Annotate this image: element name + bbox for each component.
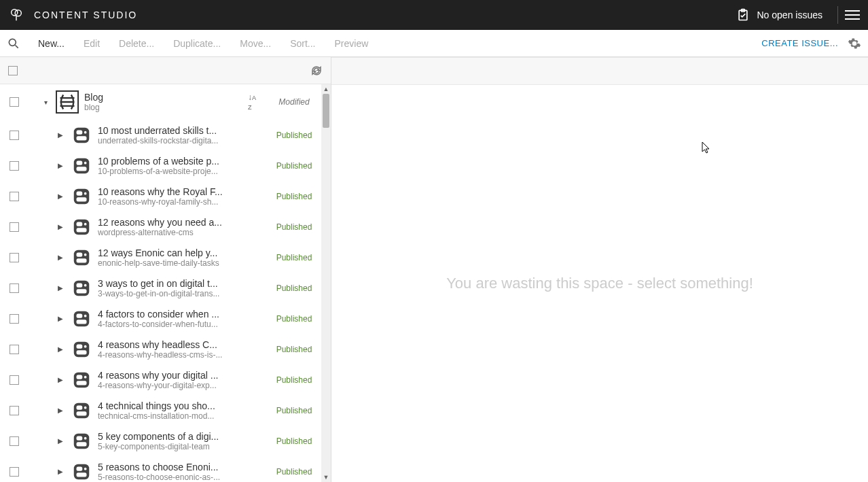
expand-icon[interactable]: ▶: [53, 437, 68, 445]
edit-button[interactable]: Edit: [74, 38, 109, 49]
svg-rect-19: [77, 228, 87, 232]
select-all-checkbox[interactable]: [8, 66, 18, 75]
blog-post-icon: [71, 339, 92, 360]
row-checkbox[interactable]: [10, 283, 19, 293]
row-path: 5-reasons-to-choose-enonic-as-...: [98, 472, 267, 482]
tree-row[interactable]: ▶ 5 key components of a digi... 5-key-co…: [0, 426, 331, 456]
row-path: blog: [84, 103, 248, 112]
scroll-down-icon[interactable]: ▼: [321, 472, 331, 482]
svg-rect-33: [74, 341, 90, 357]
row-status: Modified: [267, 97, 321, 107]
tree-row[interactable]: ▶ 4 technical things you sho... technica…: [0, 395, 331, 426]
blog-post-icon: [71, 186, 92, 207]
svg-rect-32: [84, 314, 87, 317]
blog-post-icon: [71, 124, 92, 146]
row-path: underrated-skills-rockstar-digita...: [98, 136, 267, 145]
blog-post-icon: [71, 461, 92, 483]
svg-rect-22: [77, 252, 83, 256]
row-status: Published: [267, 467, 321, 477]
scrollbar[interactable]: ▲ ▼: [321, 84, 331, 482]
expand-icon[interactable]: ▶: [53, 284, 68, 292]
tree-row[interactable]: ▶ 5 reasons to choose Enoni... 5-reasons…: [0, 456, 331, 482]
new-button[interactable]: New...: [29, 38, 74, 49]
row-title: 4 reasons why your digital ...: [98, 370, 267, 381]
row-checkbox[interactable]: [10, 345, 19, 354]
expand-icon[interactable]: ▶: [53, 162, 68, 169]
row-title: 4 factors to consider when ...: [98, 309, 267, 320]
tree-row[interactable]: ▶ 12 reasons why you need a... wordpress…: [0, 211, 331, 242]
divider: [837, 6, 838, 24]
clipboard-icon: [736, 8, 750, 22]
svg-rect-16: [84, 192, 87, 194]
row-checkbox[interactable]: [10, 131, 19, 140]
row-checkbox[interactable]: [10, 436, 19, 446]
expand-icon[interactable]: ▶: [53, 468, 68, 475]
svg-rect-30: [77, 313, 83, 317]
svg-rect-13: [74, 188, 90, 204]
preview-button[interactable]: Preview: [325, 38, 378, 49]
expand-icon[interactable]: ▶: [53, 376, 68, 383]
tree-parent-row[interactable]: ▾ Blog blog ↓AZ Modified: [0, 84, 331, 120]
row-checkbox[interactable]: [10, 375, 19, 385]
blog-post-icon: [71, 247, 92, 269]
gear-icon[interactable]: [848, 37, 861, 50]
scroll-up-icon[interactable]: ▲: [321, 84, 331, 94]
svg-rect-7: [77, 136, 87, 140]
row-status: Published: [267, 161, 321, 171]
row-checkbox[interactable]: [10, 192, 19, 201]
expand-icon[interactable]: ▶: [53, 345, 68, 353]
svg-rect-26: [77, 283, 83, 287]
create-issue-button[interactable]: CREATE ISSUE...: [761, 38, 838, 48]
svg-rect-17: [74, 219, 90, 235]
delete-button[interactable]: Delete...: [109, 38, 164, 49]
svg-rect-10: [77, 160, 83, 165]
tree-row[interactable]: ▶ 3 ways to get in on digital t... 3-way…: [0, 273, 331, 303]
tree-row[interactable]: ▶ 12 ways Enonic can help y... enonic-he…: [0, 242, 331, 273]
issues-button[interactable]: No open issues: [736, 8, 822, 22]
svg-rect-48: [84, 436, 87, 439]
tree-row[interactable]: ▶ 10 problems of a website p... 10-probl…: [0, 150, 331, 181]
scroll-thumb[interactable]: [323, 94, 329, 128]
row-checkbox[interactable]: [10, 253, 19, 262]
row-checkbox[interactable]: [10, 97, 19, 107]
blog-post-icon: [71, 400, 92, 421]
tree-row[interactable]: ▶ 10 most underrated skills t... underra…: [0, 120, 331, 150]
expand-icon[interactable]: ▶: [53, 315, 68, 322]
row-title: 5 reasons to choose Enoni...: [98, 462, 267, 472]
tree-row[interactable]: ▶ 4 reasons why headless C... 4-reasons-…: [0, 334, 331, 364]
expand-icon[interactable]: ▶: [53, 254, 68, 261]
expand-icon[interactable]: ▶: [53, 192, 68, 200]
row-checkbox[interactable]: [10, 467, 19, 477]
logo-icon: [8, 7, 24, 23]
sort-az-icon[interactable]: ↓AZ: [248, 92, 264, 111]
row-status: Published: [267, 345, 321, 354]
row-title: 5 key components of a digi...: [98, 431, 267, 442]
row-checkbox[interactable]: [10, 406, 19, 415]
tree-row[interactable]: ▶ 4 factors to consider when ... 4-facto…: [0, 303, 331, 334]
row-checkbox[interactable]: [10, 314, 19, 324]
expand-icon[interactable]: ▶: [53, 223, 68, 230]
row-checkbox[interactable]: [10, 161, 19, 171]
move-button[interactable]: Move...: [230, 38, 281, 49]
expand-icon[interactable]: ▶: [53, 407, 68, 414]
svg-rect-11: [77, 167, 87, 171]
site-icon: [56, 90, 79, 114]
sort-button[interactable]: Sort...: [281, 38, 325, 49]
row-title: 12 reasons why you need a...: [98, 217, 267, 228]
search-icon[interactable]: [7, 37, 20, 50]
row-checkbox[interactable]: [10, 222, 19, 232]
tree-row[interactable]: ▶ 4 reasons why your digital ... 4-reaso…: [0, 364, 331, 395]
row-path: technical-cms-installation-mod...: [98, 411, 267, 421]
svg-rect-14: [77, 191, 83, 195]
svg-rect-8: [84, 131, 87, 133]
row-path: 3-ways-to-get-in-on-digital-trans...: [98, 289, 267, 298]
collapse-icon[interactable]: ▾: [38, 99, 53, 106]
duplicate-button[interactable]: Duplicate...: [164, 38, 230, 49]
content-tree-panel: ▾ Blog blog ↓AZ Modified ▶ 10 most under…: [0, 57, 331, 482]
svg-rect-20: [84, 222, 87, 225]
hamburger-icon[interactable]: [845, 7, 860, 22]
svg-rect-37: [74, 372, 90, 388]
tree-row[interactable]: ▶ 10 reasons why the Royal F... 10-reaso…: [0, 181, 331, 211]
expand-icon[interactable]: ▶: [53, 131, 68, 139]
refresh-icon[interactable]: [310, 65, 323, 77]
